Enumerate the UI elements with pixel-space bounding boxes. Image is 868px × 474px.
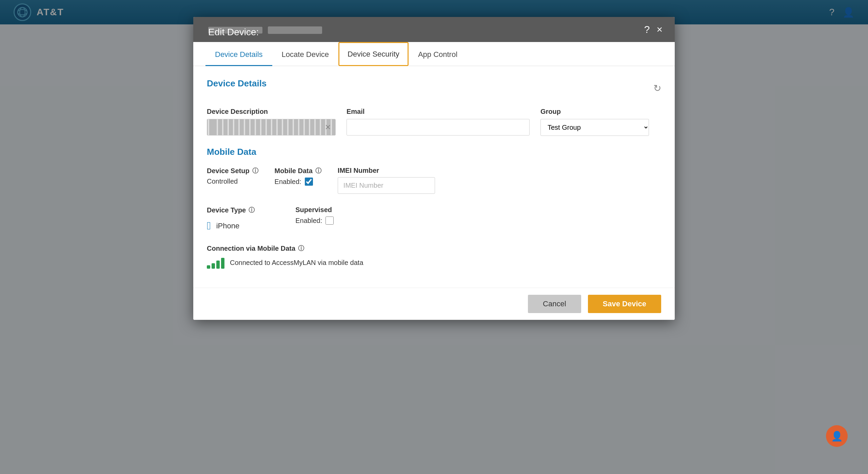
device-description-input-wrapper: ✕	[207, 119, 336, 136]
device-description-label: Device Description	[207, 108, 336, 116]
modal-body: Device Details ↻ Device Description ✕ Em…	[193, 66, 675, 288]
supervised-checkbox[interactable]	[326, 217, 334, 225]
connection-help-icon[interactable]: ⓘ	[298, 244, 304, 252]
mobile-data-section: Mobile Data Device Setup ⓘ Controlled Mo…	[207, 147, 661, 269]
cancel-button[interactable]: Cancel	[528, 295, 581, 313]
modal-tabs: Device Details Locate Device Device Secu…	[193, 42, 675, 66]
signal-bar-3	[216, 261, 220, 269]
device-type-label: Device Type ⓘ	[207, 206, 255, 214]
imei-group: IMEI Number	[338, 167, 435, 194]
device-type-row: Device Type ⓘ  iPhone Supervised Enable…	[207, 206, 661, 232]
mobile-data-group: Mobile Data ⓘ Enabled:	[275, 167, 321, 186]
modal-header-icons: ? ×	[644, 24, 663, 35]
mobile-data-checkbox[interactable]	[305, 178, 313, 186]
email-label: Email	[347, 108, 530, 116]
modal-title-area: Edit Device:	[205, 24, 322, 35]
supervised-enabled-row: Enabled:	[295, 217, 334, 225]
device-setup-group: Device Setup ⓘ Controlled	[207, 167, 258, 185]
modal-overlay: Edit Device: ? × Device Details Locate D…	[0, 0, 868, 474]
signal-bar-2	[212, 263, 215, 269]
tab-locate-device[interactable]: Locate Device	[272, 42, 338, 66]
imei-input[interactable]	[338, 177, 435, 194]
device-type-value: iPhone	[216, 222, 240, 230]
device-setup-value: Controlled	[207, 178, 258, 185]
device-description-input[interactable]	[207, 119, 336, 136]
avatar-button[interactable]: 👤	[826, 425, 848, 447]
signal-bar-4	[221, 258, 224, 269]
device-setup-help-icon[interactable]: ⓘ	[252, 167, 258, 175]
connection-section: Connection via Mobile Data ⓘ Connected t…	[207, 244, 661, 269]
section-title: Device Details	[207, 78, 267, 89]
save-device-button[interactable]: Save Device	[588, 295, 661, 313]
device-name-redacted	[268, 26, 322, 34]
section-header: Device Details ↻	[207, 78, 661, 98]
edit-device-modal: Edit Device: ? × Device Details Locate D…	[193, 17, 675, 320]
device-setup-label: Device Setup ⓘ	[207, 167, 258, 175]
apple-icon: 	[207, 220, 211, 232]
supervised-group: Supervised Enabled:	[295, 206, 334, 225]
refresh-icon[interactable]: ↻	[653, 83, 661, 94]
form-row-main: Device Description ✕ Email Group Test Gr…	[207, 108, 661, 136]
email-input[interactable]	[347, 119, 530, 136]
device-type-group: Device Type ⓘ  iPhone	[207, 206, 255, 232]
modal-help-icon[interactable]: ?	[644, 24, 650, 35]
mobile-data-help-icon[interactable]: ⓘ	[315, 167, 321, 175]
modal-close-icon[interactable]: ×	[656, 24, 663, 35]
device-type-help-icon[interactable]: ⓘ	[249, 206, 255, 214]
modal-header: Edit Device: ? ×	[193, 17, 675, 42]
form-group-description: Device Description ✕	[207, 108, 336, 136]
mobile-data-title: Mobile Data	[207, 147, 661, 157]
mobile-data-label: Mobile Data ⓘ	[275, 167, 321, 175]
group-select[interactable]: Test Group Group 1 Group 2	[540, 119, 649, 136]
mobile-data-row: Device Setup ⓘ Controlled Mobile Data ⓘ …	[207, 167, 661, 194]
tab-device-security[interactable]: Device Security	[338, 42, 409, 66]
mobile-data-enabled-row: Enabled:	[275, 178, 321, 186]
connection-text: Connected to AccessMyLAN via mobile data	[230, 259, 363, 267]
mobile-data-enabled-label: Enabled:	[275, 178, 301, 186]
clear-description-icon[interactable]: ✕	[325, 123, 331, 132]
modal-footer: Cancel Save Device	[193, 288, 675, 320]
group-label: Group	[540, 108, 661, 116]
connection-label: Connection via Mobile Data ⓘ	[207, 244, 661, 252]
signal-bars-icon	[207, 256, 224, 269]
supervised-enabled-label: Enabled:	[295, 217, 322, 225]
modal-title: Edit Device:	[205, 24, 322, 35]
imei-label: IMEI Number	[338, 167, 435, 174]
iphone-display:  iPhone	[207, 220, 255, 232]
form-group-email: Email	[347, 108, 530, 136]
tab-device-details[interactable]: Device Details	[205, 42, 272, 66]
tab-app-control[interactable]: App Control	[409, 42, 467, 66]
signal-bar-1	[207, 265, 210, 269]
avatar-icon: 👤	[831, 431, 843, 442]
form-group-group: Group Test Group Group 1 Group 2	[540, 108, 661, 136]
supervised-label: Supervised	[295, 206, 334, 214]
connection-status: Connected to AccessMyLAN via mobile data	[207, 256, 661, 269]
